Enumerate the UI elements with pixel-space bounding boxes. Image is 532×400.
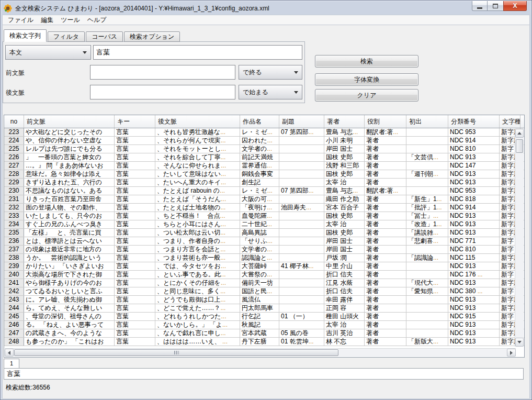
table-row[interactable]: 241やら御様子ありげの今のお言葉、とにかくその仔細を...備前天一坊江見 水蔭… (4, 279, 524, 287)
table-cell[interactable]: 243 (4, 296, 24, 304)
table-cell[interactable]: 、つまり方言を会話と... (155, 246, 240, 253)
table-row[interactable]: 242つてゐるおいとしいと言ふ言葉、と同じ意味に、多く...国語と民...折口 … (4, 287, 524, 296)
table-cell[interactable]: 、ないかしら。」 「よ... (155, 321, 240, 329)
table-cell[interactable]: 「講談雑... (406, 229, 448, 237)
table-cell[interactable]: 「認識論... (406, 254, 448, 262)
table-cell[interactable]: 著者 (365, 212, 406, 220)
table-row[interactable]: 231りきった百姓言葉乃至田舎言葉、たとえば「そうだん...大阪の可...織田 … (4, 195, 524, 204)
table-cell[interactable] (406, 329, 448, 337)
table-cell[interactable]: の現象は最近非常に地方の (24, 246, 115, 253)
table-cell[interactable]: 高島異誌 (240, 229, 279, 237)
table-cell[interactable]: うか。 芸術的認識という (24, 254, 115, 262)
table-cell[interactable]: 、ちと不穏当！ 合点... (155, 212, 240, 220)
table-cell[interactable]: 241 (4, 279, 24, 287)
table-row[interactable]: 237の現象は最近非常に地方の言葉、つまり方言を会話と...文学者の...岸田 … (4, 246, 524, 254)
table-cell[interactable]: 著者 (365, 271, 406, 279)
table-cell[interactable]: NDC 913 (448, 170, 500, 178)
table-cell[interactable]: つてゐるおいとしいと言ふ (24, 287, 115, 295)
pre-context-mode-select[interactable]: で終る (239, 65, 302, 80)
table-cell[interactable]: 豊島 与志... (324, 128, 365, 136)
table-cell[interactable]: やら御様子ありげの今のお (24, 279, 115, 287)
table-cell[interactable]: 235 (4, 229, 24, 237)
table-row[interactable]: 236とは、標準語とは云へない言葉、つまり、作者自身の...「せりふ...岸田 … (4, 237, 524, 246)
tab-filter[interactable]: フィルタ (48, 31, 85, 42)
table-cell[interactable]: 言葉 (115, 187, 155, 195)
table-cell[interactable]: NDC 810 (448, 145, 500, 153)
table-cell[interactable]: 、つまり、作者自身の... (155, 237, 240, 245)
table-cell[interactable]: 幸田 露伴 (324, 296, 365, 304)
table-cell[interactable]: 国枝 史郎 (324, 229, 365, 237)
table-cell[interactable]: 言葉 (115, 137, 155, 145)
table-cell[interactable] (406, 162, 448, 170)
table-cell[interactable]: NDC 913 (448, 220, 500, 228)
vertical-scrollbar[interactable] (515, 129, 524, 347)
table-cell[interactable]: 「改造」1... (406, 220, 448, 228)
table-cell[interactable]: 文学者の... (240, 246, 279, 253)
table-cell[interactable]: 言葉 (115, 321, 155, 329)
table-cell[interactable]: 翻訳者:著... (365, 128, 406, 136)
table-cell[interactable]: 意味だ。急々如律令は添え (24, 170, 115, 178)
table-cell[interactable]: 言葉 (115, 237, 155, 245)
table-cell[interactable] (406, 137, 448, 145)
table-cell[interactable]: 大嘗祭の... (240, 271, 279, 279)
table-header-cell[interactable]: 文字種 (500, 115, 520, 128)
table-cell[interactable]: 著者 (365, 329, 406, 337)
table-cell[interactable]: 、とにかくその仔細を... (155, 279, 240, 287)
table-cell[interactable]: 二十世紀... (240, 220, 279, 228)
table-cell[interactable]: NDC 818 (448, 195, 500, 203)
table-cell[interactable]: 231 (4, 195, 24, 203)
table-cell[interactable]: 、つい松太郎は云い切... (155, 229, 240, 237)
table-cell[interactable]: 織田 作之助 (324, 195, 365, 203)
tab-search-options[interactable]: 検索オプション (124, 31, 180, 42)
table-row[interactable]: 234すぐ上の兄のふんべつ臭き言葉、ちらと小耳にはさん...二十世紀...太宰 … (4, 220, 524, 229)
table-cell[interactable]: 言葉 (115, 179, 155, 186)
table-cell[interactable]: 01 （一） (279, 313, 324, 320)
table-cell[interactable]: 太宰 治 (324, 220, 365, 228)
table-cell[interactable]: 言葉 (115, 304, 155, 312)
table-cell[interactable]: 245 (4, 313, 24, 320)
table-cell[interactable]: NDC 380 ... (448, 287, 500, 295)
table-row[interactable]: 240大崇高な場所で下された御言葉、といふ事である。此...大嘗祭の...折口 … (4, 271, 524, 279)
table-cell[interactable]: 07 第四部... (279, 128, 324, 136)
table-cell[interactable]: 円太郎馬車 (240, 304, 279, 312)
table-cell[interactable]: 著者 (365, 237, 406, 245)
table-cell[interactable]: 「愛知県... (406, 287, 448, 295)
table-row[interactable]: 224や、信仰の伴わない空虚な言葉、それらが何んで現実...囚われた...小川 … (4, 137, 524, 145)
table-cell[interactable]: NDC 810 (448, 246, 500, 253)
table-cell[interactable]: 認識論と... (240, 254, 279, 262)
table-cell[interactable]: 大菩薩峠 (240, 262, 279, 270)
table-row[interactable]: 228意味だ。急々如律令は添え言葉、たいして意味はない...銅銭会事変国枝 史郎… (4, 170, 524, 179)
table-cell[interactable]: 言葉 (115, 145, 155, 153)
table-cell[interactable]: 「冨士」... (406, 212, 448, 220)
search-target-select[interactable]: 本文 (5, 45, 91, 60)
table-cell[interactable]: 「左様」 と、売言葉に買 (24, 229, 115, 237)
table-cell[interactable]: NDC 913 (448, 329, 500, 337)
table-cell[interactable]: 林 不忘 (324, 338, 365, 346)
table-row[interactable]: 225レルブは先づ誰にでも分る言葉、それをモットーとし...文学者の...岸田 … (4, 145, 524, 153)
result-page-tab[interactable]: 1 (4, 359, 19, 369)
table-cell[interactable]: NDC 913 (448, 296, 500, 304)
post-context-mode-select[interactable]: で始まる (239, 85, 302, 99)
table-cell[interactable] (406, 313, 448, 320)
table-cell[interactable]: 「新版大... (406, 338, 448, 346)
table-cell[interactable]: 著者 (365, 153, 406, 161)
table-cell[interactable]: 不思議なものはない。ある (24, 187, 115, 195)
table-cell[interactable] (279, 162, 324, 170)
table-cell[interactable]: 国枝 史郎 (324, 153, 365, 161)
table-cell[interactable]: 著者 (365, 220, 406, 228)
menu-file[interactable]: ファイル (4, 15, 37, 25)
table-cell[interactable] (406, 271, 448, 279)
horizontal-scrollbar[interactable] (5, 348, 516, 357)
table-cell[interactable]: 、どうでも殿御は口上... (155, 296, 240, 304)
table-cell[interactable]: 、どれもうれしかつた... (155, 313, 240, 320)
table-cell[interactable]: 238 (4, 254, 24, 262)
table-cell[interactable]: 著者 (365, 321, 406, 329)
table-cell[interactable]: 前記天満焼 (240, 153, 279, 161)
table-cell[interactable]: 240 (4, 271, 24, 279)
table-cell[interactable]: 囚われた... (240, 137, 279, 145)
table-cell[interactable]: 江見 水蔭 (324, 279, 365, 287)
table-cell[interactable] (279, 220, 324, 228)
table-cell[interactable]: いたしましても、只今のお (24, 212, 115, 220)
table-cell[interactable]: NDC 913 (448, 338, 500, 346)
table-cell[interactable]: 、それらが何んで現実... (155, 137, 240, 145)
